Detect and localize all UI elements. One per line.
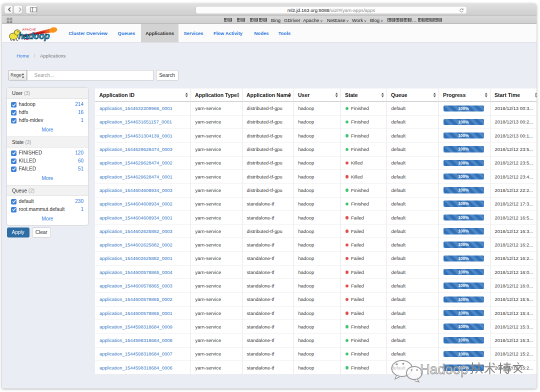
- svg-text:hadoop: hadoop: [18, 31, 50, 41]
